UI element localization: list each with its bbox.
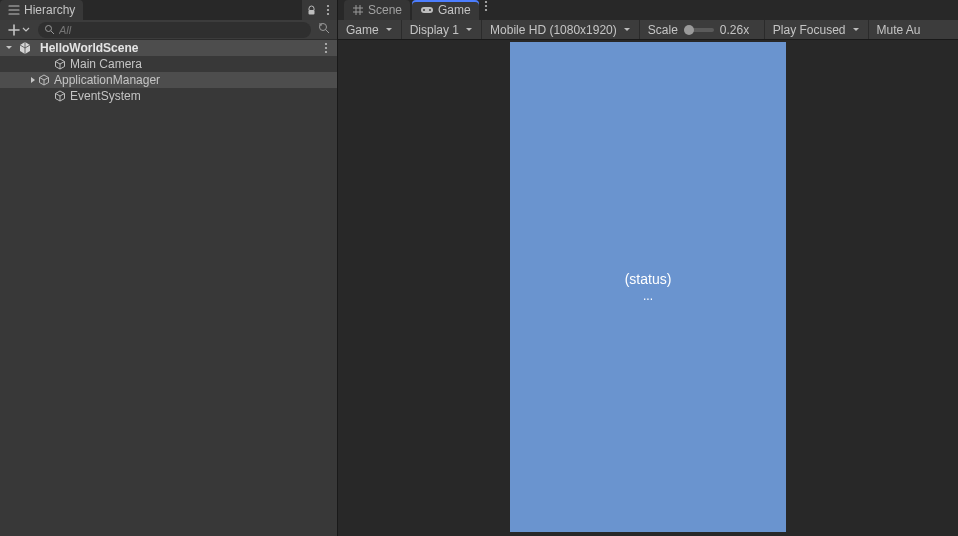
caret-down-icon [22, 23, 30, 37]
game-mode-label: Game [346, 23, 379, 37]
unity-scene-icon [18, 41, 32, 55]
plus-icon [8, 24, 20, 36]
scene-more-icon[interactable] [321, 42, 331, 54]
svg-point-15 [485, 9, 487, 11]
lock-icon[interactable] [306, 5, 317, 16]
hierarchy-toolbar [0, 20, 337, 40]
game-viewport: (status) ... [338, 40, 958, 536]
svg-point-7 [325, 43, 327, 45]
svg-point-14 [485, 5, 487, 7]
tab-scene-label: Scene [368, 3, 402, 17]
resolution-label: Mobile HD (1080x1920) [490, 23, 617, 37]
caret-down-icon [623, 26, 631, 34]
tab-hierarchy[interactable]: Hierarchy [0, 0, 83, 20]
svg-point-2 [327, 9, 329, 11]
svg-point-12 [429, 9, 431, 11]
hierarchy-item[interactable]: EventSystem [0, 88, 337, 104]
gameobject-icon [54, 90, 66, 102]
scale-label: Scale [648, 23, 678, 37]
search-icon [44, 24, 55, 35]
add-object-button[interactable] [4, 23, 34, 37]
scale-value: 0.26x [720, 23, 756, 37]
resolution-dropdown[interactable]: Mobile HD (1080x1920) [482, 20, 640, 39]
tab-game[interactable]: Game [412, 0, 479, 20]
right-tab-row: Scene Game [338, 0, 958, 20]
search-by-type-icon[interactable] [315, 21, 333, 38]
hierarchy-list-icon [8, 4, 20, 16]
svg-rect-0 [309, 10, 315, 15]
svg-point-11 [423, 9, 425, 11]
game-mode-dropdown[interactable]: Game [338, 20, 402, 39]
device-frame: (status) ... [510, 42, 786, 532]
hierarchy-search[interactable] [38, 22, 311, 38]
more-icon[interactable] [481, 0, 491, 12]
scene-row[interactable]: HelloWorldScene [0, 40, 337, 56]
svg-point-4 [46, 26, 52, 32]
status-sub: ... [643, 289, 653, 303]
scale-control: Scale 0.26x [640, 20, 765, 39]
caret-down-icon [465, 26, 473, 34]
svg-rect-10 [421, 7, 433, 13]
hierarchy-tab-row: Hierarchy [0, 0, 337, 20]
svg-point-9 [325, 51, 327, 53]
game-toolbar: Game Display 1 Mobile HD (1080x1920) Sca… [338, 20, 958, 40]
hierarchy-item[interactable]: ApplicationManager [0, 72, 337, 88]
scale-slider[interactable] [684, 28, 714, 32]
hierarchy-item-label: EventSystem [70, 89, 141, 103]
tab-game-label: Game [438, 3, 471, 17]
play-mode-dropdown[interactable]: Play Focused [765, 20, 869, 39]
hierarchy-item-label: ApplicationManager [54, 73, 160, 87]
game-panel: Scene Game Game Display 1 [338, 0, 958, 536]
gameobject-icon [38, 74, 50, 86]
hierarchy-item-label: Main Camera [70, 57, 142, 71]
mute-audio-toggle[interactable]: Mute Au [869, 20, 929, 39]
display-dropdown[interactable]: Display 1 [402, 20, 482, 39]
svg-point-1 [327, 5, 329, 7]
svg-rect-6 [319, 23, 322, 26]
play-mode-label: Play Focused [773, 23, 846, 37]
more-icon[interactable] [323, 4, 333, 16]
foldout-icon[interactable] [28, 76, 38, 84]
gamepad-icon [420, 5, 434, 15]
foldout-icon[interactable] [4, 44, 14, 52]
hierarchy-tree: HelloWorldScene Main Camera [0, 40, 337, 536]
scene-name: HelloWorldScene [40, 41, 138, 55]
hierarchy-tab-controls [302, 0, 337, 20]
caret-down-icon [385, 26, 393, 34]
svg-point-3 [327, 13, 329, 15]
right-tab-controls [481, 0, 491, 20]
tab-hierarchy-label: Hierarchy [24, 3, 75, 17]
search-input[interactable] [59, 24, 305, 36]
hierarchy-item[interactable]: Main Camera [0, 56, 337, 72]
scene-grid-icon [352, 4, 364, 16]
gameobject-icon [54, 58, 66, 70]
status-text: (status) [625, 271, 672, 287]
svg-point-13 [485, 1, 487, 3]
display-label: Display 1 [410, 23, 459, 37]
mute-label: Mute Au [877, 23, 921, 37]
caret-down-icon [852, 26, 860, 34]
tab-scene[interactable]: Scene [344, 0, 410, 20]
svg-point-8 [325, 47, 327, 49]
hierarchy-panel: Hierarchy [0, 0, 338, 536]
